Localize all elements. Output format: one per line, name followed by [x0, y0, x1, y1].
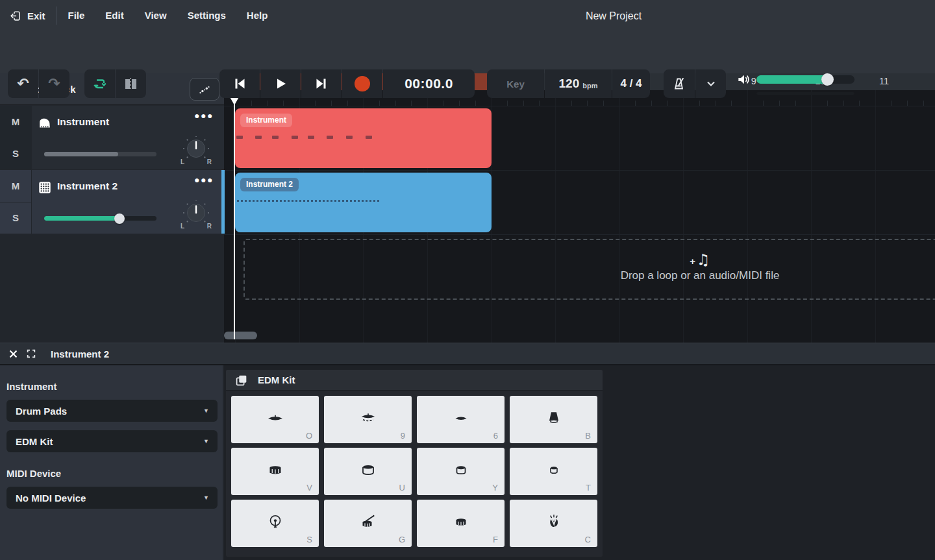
arrange-area: 1234567891011 InstrumentInstrument 2 +♫ …	[224, 73, 935, 343]
record-button[interactable]	[342, 69, 382, 98]
redo-icon: ↷	[48, 77, 60, 91]
play-button[interactable]	[260, 69, 301, 98]
top-header: Exit FileEditViewSettingsHelp New Projec…	[0, 0, 935, 73]
transport-group: 00:00.0	[219, 69, 475, 98]
drum-pad-c[interactable]: C	[510, 500, 597, 547]
loop-toggle-button[interactable]	[84, 69, 115, 98]
expand-panel-button[interactable]	[22, 343, 40, 365]
pad-key-label: V	[306, 483, 312, 493]
mute-solo-column: M S	[0, 170, 31, 234]
drop-zone[interactable]: +♫ Drop a loop or an audio/MIDI file	[243, 239, 935, 300]
drum-pad-t[interactable]: T	[510, 448, 597, 495]
midi-clip-instrument[interactable]: Instrument	[235, 108, 492, 168]
beat-tick	[571, 101, 572, 106]
pad-key-label: G	[399, 535, 405, 544]
drum-pad-f[interactable]: F	[417, 500, 505, 547]
bpm-value: 120	[559, 77, 580, 91]
dropdown-arrow-icon: ▼	[203, 494, 209, 501]
pan-right-label: R	[207, 158, 212, 165]
key-button[interactable]: Key	[487, 69, 544, 98]
pad-key-label: Y	[492, 483, 498, 493]
drum-pad-u[interactable]: U	[324, 448, 412, 495]
metronome-options-button[interactable]	[695, 69, 726, 98]
preset-dropdown[interactable]: EDM Kit ▼	[6, 430, 218, 452]
beat-tick	[603, 101, 604, 106]
split-tool-button[interactable]	[116, 69, 146, 98]
solo-button[interactable]: S	[0, 138, 31, 170]
beat-tick	[475, 101, 476, 106]
beat-tick	[795, 101, 796, 106]
automation-button[interactable]	[190, 78, 219, 101]
clap-icon	[545, 513, 563, 531]
instrument-type-dropdown[interactable]: Drum Pads ▼	[6, 400, 218, 422]
menu-item-help[interactable]: Help	[236, 0, 279, 31]
chevron-down-icon	[704, 77, 717, 90]
bar-number: 9	[751, 76, 756, 86]
track-menu-button[interactable]: ●●●	[194, 110, 214, 121]
redo-button[interactable]: ↷	[39, 69, 69, 98]
time-signature-button[interactable]: 4 / 4	[612, 69, 650, 98]
track-row-instrument[interactable]: M S Instrument ●●● L R	[0, 106, 224, 169]
beat-tick	[347, 101, 348, 106]
menu-item-view[interactable]: View	[134, 0, 177, 31]
track-volume-thumb[interactable]	[114, 213, 125, 224]
dropdown-arrow-icon: ▼	[203, 408, 209, 414]
exit-button[interactable]: Exit	[0, 0, 56, 31]
close-panel-button[interactable]	[4, 343, 22, 365]
track-volume-fill	[44, 216, 119, 221]
pad-key-label: C	[585, 535, 591, 544]
beat-tick	[523, 101, 524, 106]
drum-pad-6[interactable]: 6	[417, 396, 505, 443]
track-menu-button[interactable]: ●●●	[194, 175, 214, 185]
skip-back-icon	[232, 76, 247, 91]
horizontal-scrollbar-thumb[interactable]	[224, 332, 257, 339]
beat-tick	[331, 101, 332, 106]
midi-device-dropdown[interactable]: No MIDI Device ▼	[6, 487, 218, 509]
menu-item-file[interactable]: File	[58, 0, 95, 31]
metronome-button[interactable]	[664, 69, 695, 98]
lane-separator	[224, 170, 935, 171]
solo-button[interactable]: S	[0, 202, 31, 234]
drum-pad-s[interactable]: S	[231, 500, 319, 547]
master-volume-icon[interactable]	[736, 72, 751, 87]
track-volume-slider[interactable]	[44, 216, 156, 221]
bpm-button[interactable]: 120 bpm	[545, 69, 612, 98]
high-tom-icon	[545, 461, 563, 479]
menu-item-settings[interactable]: Settings	[177, 0, 236, 31]
master-volume-slider[interactable]	[756, 75, 854, 84]
pan-knob[interactable]: L R	[180, 136, 212, 166]
mute-button[interactable]: M	[0, 106, 31, 138]
drum-pad-v[interactable]: V	[231, 448, 319, 495]
menu-item-edit[interactable]: Edit	[95, 0, 134, 31]
drum-pad-y[interactable]: Y	[417, 448, 505, 495]
mute-button[interactable]: M	[0, 170, 31, 202]
midi-clip-instrument-2[interactable]: Instrument 2	[235, 173, 492, 232]
bar-grid-line	[619, 90, 620, 343]
track-volume-slider[interactable]	[44, 152, 156, 156]
dropdown-arrow-icon: ▼	[203, 438, 209, 444]
drop-zone-label: Drop a loop or an audio/MIDI file	[621, 269, 780, 282]
instrument-panel-title: Instrument 2	[51, 348, 109, 359]
track-row-instrument-2[interactable]: M S Instrument 2 ●●● L R	[0, 170, 224, 234]
tom-drum-icon	[266, 461, 284, 479]
metronome-icon	[671, 76, 687, 91]
playhead-line	[234, 90, 235, 339]
drum-pad-o[interactable]: O	[231, 396, 319, 443]
exit-label: Exit	[27, 10, 45, 21]
daw-app: Exit FileEditViewSettingsHelp New Projec…	[0, 0, 935, 560]
pan-right-label: R	[207, 223, 212, 230]
split-icon	[125, 79, 136, 89]
drum-pad-grid: O 9 6 B V U Y T S G F	[226, 391, 603, 552]
drum-pad-b[interactable]: B	[510, 396, 597, 443]
pan-left-label: L	[181, 223, 184, 230]
skip-to-start-button[interactable]	[219, 69, 260, 98]
kick-drum-icon	[266, 513, 284, 531]
pan-knob[interactable]: L R	[180, 201, 212, 230]
drum-pad-g[interactable]: G	[324, 500, 412, 547]
time-display[interactable]: 00:00.0	[383, 69, 475, 98]
bar-grid-line	[555, 90, 556, 343]
undo-button[interactable]: ↶	[8, 69, 38, 98]
drum-pad-9[interactable]: 9	[324, 396, 412, 443]
skip-to-end-button[interactable]	[301, 69, 342, 98]
master-volume-thumb[interactable]	[821, 73, 834, 86]
